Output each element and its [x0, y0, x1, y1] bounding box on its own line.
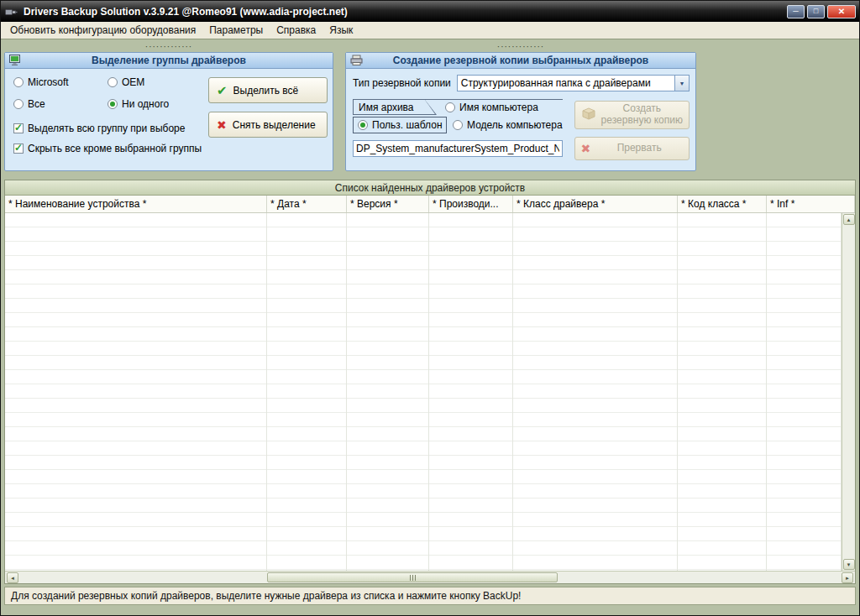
device-icon	[350, 55, 364, 69]
radio-label: Имя компьютера	[459, 102, 538, 113]
table-header-row: * Наименование устройства * * Дата * * В…	[5, 196, 855, 213]
scroll-left-button[interactable]: ◄	[7, 572, 18, 583]
radio-circle	[108, 77, 118, 87]
window-bottom-frame	[1, 605, 859, 615]
abort-button[interactable]: ✖ Прервать	[574, 137, 690, 160]
driver-list[interactable]	[5, 213, 842, 571]
archive-tab-label: Имя архива	[354, 100, 436, 114]
menu-item-help[interactable]: Справка	[270, 22, 322, 39]
radio-none[interactable]: Ни одного	[108, 98, 208, 110]
app-icon	[4, 5, 18, 18]
radio-computer-model[interactable]: Модель компьютера	[453, 119, 563, 131]
horizontal-scrollbar[interactable]: ◄ ►	[5, 571, 855, 583]
select-all-label: Выделить всё	[233, 85, 299, 97]
backup-group-header: Создание резервной копии выбранных драйв…	[346, 53, 695, 69]
column-header-manufacturer[interactable]: * Производи...	[429, 196, 513, 212]
vertical-scrollbar[interactable]: ▲ ▼	[842, 213, 855, 571]
grid-column	[5, 213, 267, 571]
menu-item-language[interactable]: Язык	[322, 22, 359, 39]
radio-user-template[interactable]: Польз. шаблон	[353, 117, 447, 133]
checkbox-select-whole-group[interactable]: Выделять всю группу при выборе	[13, 123, 208, 134]
radio-circle	[13, 77, 24, 87]
column-header-class-code[interactable]: * Код класса *	[678, 196, 767, 212]
grid-column	[678, 213, 767, 571]
thumb-grip	[412, 575, 413, 581]
checkbox-label: Скрыть все кроме выбранной группы	[28, 143, 202, 154]
drag-dots-handle: ·············	[346, 42, 695, 51]
drivers-table: Список найденных драйверов устройств * Н…	[4, 180, 856, 584]
create-backup-button[interactable]: Создать резервную копию	[574, 101, 690, 129]
checkbox-label: Выделять всю группу при выборе	[28, 123, 185, 134]
backup-type-label: Тип резервной копии	[353, 77, 451, 89]
status-text: Для созданий резервных копий драйверов, …	[11, 590, 521, 602]
radio-label: Модель компьютера	[467, 119, 563, 131]
scrollbar-thumb[interactable]	[267, 572, 558, 582]
title-bar: Drivers Backup Solution v.3.9.21 @Romeo9…	[1, 1, 859, 22]
backup-group-panel: ············· Создание резервной копии в…	[345, 52, 696, 171]
minimize-button[interactable]: ─	[787, 5, 805, 18]
radio-circle	[445, 102, 455, 112]
template-input[interactable]	[353, 140, 563, 157]
radio-label: Все	[28, 98, 45, 110]
backup-type-combobox[interactable]: Структурированная папка с драйверами ▼	[457, 75, 690, 91]
table-title-text: Список найденных драйверов устройств	[335, 182, 525, 194]
column-header-device-name[interactable]: * Наименование устройства *	[5, 196, 267, 212]
radio-label: OEM	[122, 76, 144, 88]
scroll-down-button[interactable]: ▼	[843, 559, 855, 570]
selection-group-panel: ············· Выделение группы драйверов	[4, 52, 333, 171]
column-header-date[interactable]: * Дата *	[267, 196, 347, 212]
maximize-button[interactable]: □	[807, 5, 825, 18]
monitor-icon	[9, 55, 22, 69]
select-all-button[interactable]: ✔ Выделить всё	[208, 77, 328, 103]
radio-computer-name[interactable]: Имя компьютера	[445, 102, 538, 113]
menu-item-refresh-config[interactable]: Обновить конфигурацию оборудования	[3, 22, 202, 39]
radio-microsoft[interactable]: Microsoft	[13, 76, 108, 88]
selection-group-title: Выделение группы драйверов	[92, 55, 246, 66]
radio-circle	[108, 99, 118, 109]
grid-column	[347, 213, 429, 571]
clear-selection-label: Снять выделение	[233, 119, 316, 131]
grid-column	[429, 213, 513, 571]
dropdown-button[interactable]: ▼	[674, 76, 689, 91]
cross-icon: ✖	[217, 119, 227, 131]
create-backup-label: Создать резервную копию	[601, 103, 683, 127]
abort-label: Прервать	[595, 143, 683, 154]
radio-label: Польз. шаблон	[372, 119, 443, 131]
top-panels-row: ············· Выделение группы драйверов	[4, 52, 856, 171]
cross-icon: ✖	[581, 143, 591, 154]
statusbar-wrap: Для созданий резервных копий драйверов, …	[1, 584, 859, 605]
radio-circle	[13, 99, 24, 109]
main-content: ············· Выделение группы драйверов	[1, 39, 859, 584]
column-header-driver-class[interactable]: * Класс драйвера *	[513, 196, 678, 212]
grid-column	[767, 213, 842, 571]
drag-dots-handle: ·············	[5, 42, 333, 51]
column-header-version[interactable]: * Версия *	[347, 196, 429, 212]
checkbox-box	[13, 144, 24, 154]
menu-bar: Обновить конфигурацию оборудования Парам…	[1, 22, 859, 39]
radio-all[interactable]: Все	[13, 98, 108, 110]
radio-label: Ни одного	[122, 98, 169, 110]
radio-circle	[453, 120, 463, 130]
window-title: Drivers Backup Solution v.3.9.21 @Romeo9…	[24, 6, 784, 18]
radio-circle	[358, 120, 368, 130]
menu-item-parameters[interactable]: Параметры	[202, 22, 270, 39]
checkbox-box	[13, 123, 24, 133]
app-window: Drivers Backup Solution v.3.9.21 @Romeo9…	[0, 0, 860, 616]
table-body: ▲ ▼	[5, 213, 855, 571]
archive-name-tab[interactable]: Имя архива	[353, 100, 437, 115]
clear-selection-button[interactable]: ✖ Снять выделение	[208, 112, 328, 138]
grid-column	[267, 213, 347, 571]
table-title: Список найденных драйверов устройств	[5, 180, 855, 196]
grid-column	[513, 213, 678, 571]
radio-oem[interactable]: OEM	[108, 76, 208, 88]
package-icon	[581, 107, 596, 123]
column-header-inf[interactable]: * Inf *	[767, 196, 855, 212]
selection-group-header: Выделение группы драйверов	[5, 53, 333, 69]
backup-group-title: Создание резервной копии выбранных драйв…	[393, 55, 648, 66]
scroll-up-button[interactable]: ▲	[843, 214, 855, 225]
close-button[interactable]: ✕	[827, 5, 856, 18]
scroll-right-button[interactable]: ►	[842, 572, 853, 583]
checkbox-hide-others[interactable]: Скрыть все кроме выбранной группы	[13, 143, 208, 154]
backup-type-value: Структурированная папка с драйверами	[458, 76, 674, 91]
status-bar: Для созданий резервных копий драйверов, …	[4, 587, 856, 605]
